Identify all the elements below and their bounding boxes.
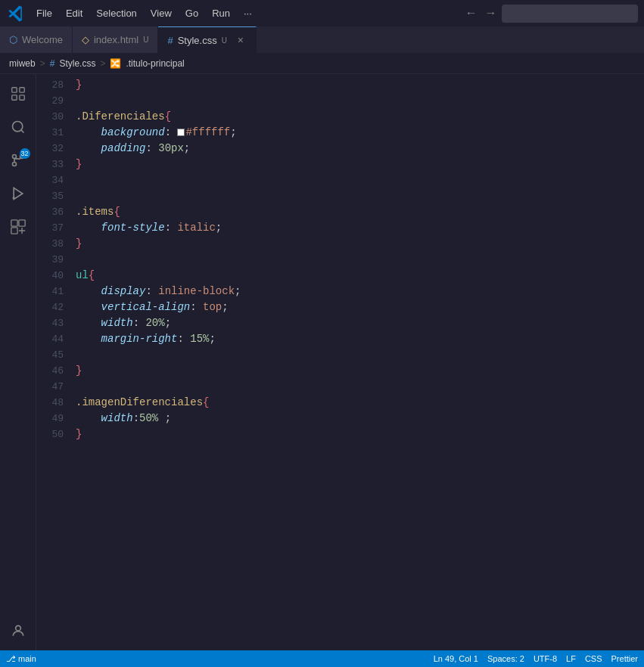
code-line-49: width:50% ; (76, 411, 644, 427)
editor: 28 29 30 31 32 33 34 35 36 37 38 39 40 4… (36, 74, 644, 650)
activity-accounts[interactable] (5, 617, 32, 644)
tab-welcome-label: Welcome (22, 34, 63, 45)
statusbar-formatter[interactable]: Prettier (611, 654, 638, 663)
tab-welcome[interactable]: ⬡ Welcome (0, 26, 73, 53)
code-area[interactable]: 28 29 30 31 32 33 34 35 36 37 38 39 40 4… (36, 74, 644, 650)
code-line-34 (76, 172, 644, 188)
statusbar-encoding[interactable]: UTF-8 (534, 654, 557, 663)
code-line-39 (76, 252, 644, 268)
menu-more[interactable]: ··· (238, 5, 258, 22)
menu-edit[interactable]: Edit (60, 5, 89, 22)
statusbar-right: Ln 49, Col 1 Spaces: 2 UTF-8 LF CSS Pret… (434, 654, 638, 663)
breadcrumb-miweb[interactable]: miweb (9, 58, 36, 69)
svg-point-10 (12, 197, 14, 199)
menu-go[interactable]: Go (179, 5, 204, 22)
code-line-42: vertical-align: top; (76, 299, 644, 315)
menu-bar: File Edit Selection View Go Run ··· (30, 5, 460, 22)
welcome-icon: ⬡ (9, 34, 17, 45)
code-line-44: margin-right: 15%; (76, 331, 644, 347)
tab-index-html[interactable]: ◇ index.html U (73, 26, 158, 53)
svg-marker-9 (14, 188, 23, 200)
menu-run[interactable]: Run (206, 5, 236, 22)
statusbar-language[interactable]: CSS (585, 654, 602, 663)
menu-file[interactable]: File (30, 5, 58, 22)
breadcrumb-hash-icon: # (50, 58, 55, 69)
svg-point-4 (12, 122, 22, 132)
svg-rect-2 (11, 95, 16, 100)
statusbar-eol[interactable]: LF (566, 654, 576, 663)
tab-style-label: Style.css (178, 35, 217, 46)
nav-back-button[interactable]: ← (463, 5, 480, 22)
breadcrumb: miweb > # Style.css > 🔀 .titulo-principa… (0, 53, 644, 74)
search-input[interactable] (502, 5, 638, 23)
svg-point-14 (15, 625, 20, 631)
code-line-50: } (76, 427, 644, 442)
source-control-badge: 32 (20, 148, 30, 159)
svg-line-5 (20, 130, 23, 133)
code-line-40: ul{ (76, 268, 644, 284)
svg-rect-0 (11, 88, 16, 92)
nav-buttons: ← → (463, 5, 499, 22)
activity-search[interactable] (5, 113, 32, 141)
statusbar-branch[interactable]: ⎇ main (6, 654, 36, 664)
code-content: } .Diferenciales{ background: #ffffff; p… (73, 77, 644, 647)
code-line-47 (76, 379, 644, 395)
svg-rect-3 (19, 95, 23, 100)
activity-source-control[interactable]: 32 (5, 147, 32, 174)
code-line-48: .imagenDiferenciales{ (76, 395, 644, 411)
code-line-38: } (76, 236, 644, 252)
breadcrumb-sep-1: > (40, 58, 45, 69)
code-line-29 (76, 93, 644, 109)
svg-point-7 (12, 163, 16, 166)
breadcrumb-symbol[interactable]: .titulo-principal (126, 58, 184, 69)
activity-explorer[interactable] (5, 80, 32, 107)
code-line-43: width: 20%; (76, 315, 644, 331)
code-line-33: } (76, 157, 644, 172)
code-line-31: background: #ffffff; (76, 125, 644, 141)
code-line-45 (76, 347, 644, 363)
line-numbers: 28 29 30 31 32 33 34 35 36 37 38 39 40 4… (36, 77, 73, 647)
statusbar: ⎇ main Ln 49, Col 1 Spaces: 2 UTF-8 LF C… (0, 650, 644, 667)
activity-run[interactable] (5, 180, 32, 207)
code-line-30: .Diferenciales{ (76, 109, 644, 125)
tab-index-label: index.html (94, 34, 138, 45)
nav-forward-button[interactable]: → (482, 5, 499, 22)
tab-bar: ⬡ Welcome ◇ index.html U # Style.css U × (0, 26, 644, 53)
app-logo (6, 3, 27, 24)
svg-rect-1 (19, 88, 23, 92)
tab-modified-indicator-2: U (222, 36, 227, 45)
tab-modified-indicator: U (143, 36, 148, 44)
activity-extensions[interactable] (5, 213, 32, 240)
statusbar-spaces[interactable]: Spaces: 2 (487, 654, 524, 663)
code-line-46: } (76, 363, 644, 379)
statusbar-position[interactable]: Ln 49, Col 1 (434, 654, 478, 663)
svg-rect-13 (11, 228, 17, 234)
code-line-37: font-style: italic; (76, 220, 644, 236)
svg-rect-11 (11, 220, 17, 226)
main-area: 32 28 29 (0, 74, 644, 650)
html-file-icon: ◇ (82, 34, 89, 45)
breadcrumb-symbol-icon: 🔀 (110, 58, 121, 69)
menu-selection[interactable]: Selection (90, 5, 142, 22)
css-file-icon: # (167, 35, 173, 46)
titlebar: File Edit Selection View Go Run ··· ← → (0, 0, 644, 26)
tab-style-css[interactable]: # Style.css U × (158, 26, 256, 53)
svg-rect-12 (18, 220, 24, 226)
breadcrumb-sep-2: > (100, 58, 105, 69)
menu-view[interactable]: View (145, 5, 178, 22)
code-line-41: display: inline-block; (76, 284, 644, 299)
activity-bar: 32 (0, 74, 36, 650)
breadcrumb-filename[interactable]: Style.css (59, 58, 95, 69)
code-line-35 (76, 188, 644, 204)
tab-close-button[interactable]: × (235, 34, 247, 46)
code-line-28: } (76, 77, 644, 93)
code-line-36: .items{ (76, 204, 644, 220)
code-line-32: padding: 30px; (76, 141, 644, 157)
